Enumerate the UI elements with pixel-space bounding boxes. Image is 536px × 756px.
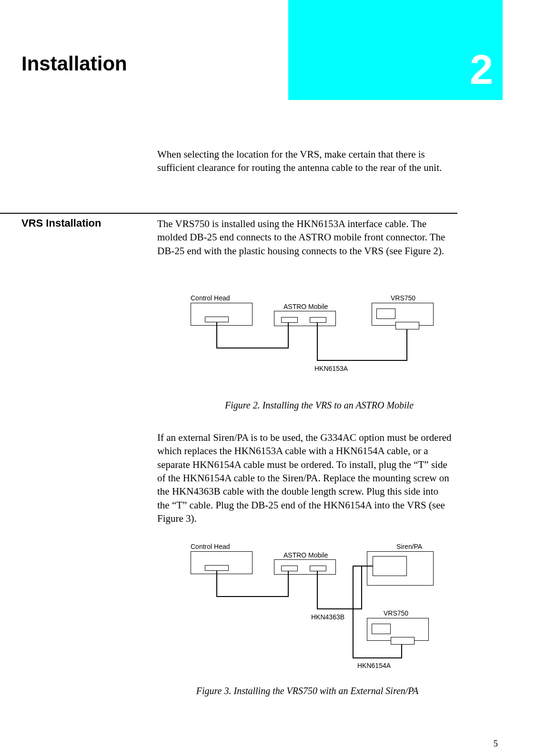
label-astro-mobile: ASTRO Mobile: [283, 303, 328, 310]
figure-3-caption: Figure 3. Installing the VRS750 with an …: [174, 686, 441, 696]
intro-paragraph: When selecting the location for the VRS,…: [157, 148, 453, 175]
vrs-port-1: [372, 624, 391, 634]
figure-2-caption: Figure 2. Installing the VRS to an ASTRO…: [200, 400, 438, 411]
vrs-port-2: [391, 637, 415, 645]
control-head-port: [205, 317, 229, 322]
chapter-number: 2: [470, 45, 493, 94]
label-control-head: Control Head: [191, 543, 230, 550]
label-control-head: Control Head: [191, 294, 230, 302]
wire: [216, 348, 289, 348]
wire: [216, 571, 217, 597]
label-vrs750: VRS750: [391, 294, 415, 302]
wire: [317, 360, 407, 361]
siren-port: [373, 556, 407, 576]
label-cable-hkn6153a: HKN6153A: [314, 365, 348, 372]
wire: [353, 566, 373, 567]
label-vrs750: VRS750: [384, 609, 408, 617]
wire: [288, 323, 289, 348]
label-siren-pa: Siren/PA: [396, 543, 422, 550]
astro-port-2: [310, 566, 326, 571]
wire: [317, 323, 318, 361]
section-divider: [0, 213, 457, 214]
label-cable-hkn4363b: HKN4363B: [311, 613, 344, 621]
wire: [353, 657, 402, 658]
wire: [353, 566, 354, 658]
label-cable-hkn6154a: HKN6154A: [357, 662, 391, 669]
wire: [406, 329, 407, 361]
section-heading: VRS Installation: [21, 217, 101, 229]
vrs-port-1: [376, 308, 395, 319]
section-para-1: The VRS750 is installed using the HKN615…: [157, 217, 453, 258]
chapter-title: Installation: [21, 52, 127, 75]
page-number: 5: [494, 738, 498, 749]
wire: [401, 645, 402, 658]
wire: [361, 566, 362, 609]
astro-port-1: [281, 317, 298, 323]
figure-3-diagram: Control Head ASTRO Mobile Siren/PA VRS75…: [191, 543, 448, 705]
wire: [288, 571, 289, 597]
astro-port-1: [281, 566, 298, 571]
wire: [216, 596, 289, 597]
wire: [317, 571, 318, 609]
control-head-port: [205, 565, 229, 571]
vrs-port-2: [395, 322, 419, 329]
label-astro-mobile: ASTRO Mobile: [283, 551, 328, 559]
section-para-2: If an external Siren/PA is to be used, t…: [157, 431, 453, 525]
figure-2-diagram: Control Head ASTRO Mobile VRS750 HKN6153…: [191, 294, 448, 413]
astro-port-2: [310, 317, 326, 323]
wire: [216, 322, 217, 348]
wire: [317, 608, 362, 609]
